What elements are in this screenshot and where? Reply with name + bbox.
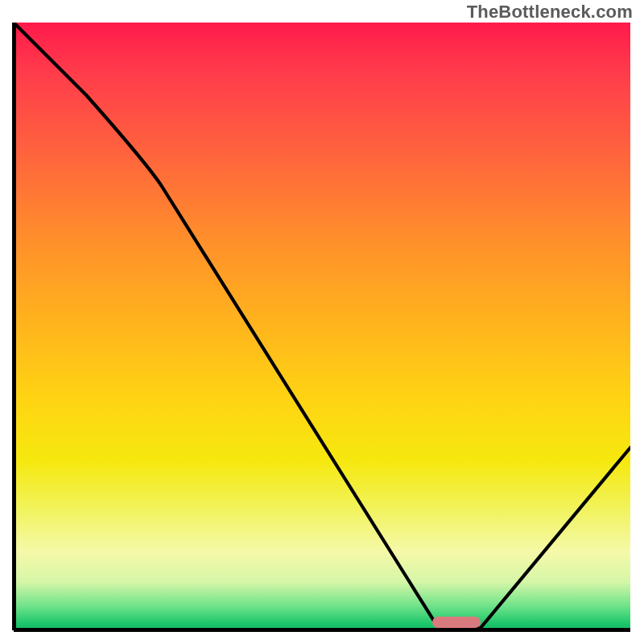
plot-area bbox=[14, 23, 630, 630]
curve-path bbox=[14, 23, 630, 629]
bottleneck-curve bbox=[14, 23, 630, 630]
watermark-text: TheBottleneck.com bbox=[467, 2, 633, 23]
chart-container: TheBottleneck.com bbox=[0, 0, 644, 644]
optimum-marker bbox=[432, 617, 481, 628]
